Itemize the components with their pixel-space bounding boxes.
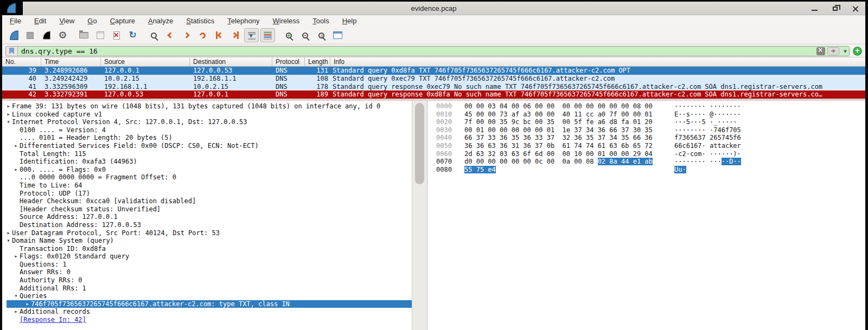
auto-scroll-toggle[interactable] — [244, 28, 259, 42]
tree-query-selected[interactable]: 746f705f7365637265745f666c6167.attacker-… — [7, 300, 412, 308]
tree-dsf[interactable]: Differentiated Services Field: 0x00 (DSC… — [2, 142, 412, 150]
tree-answer-rrs[interactable]: Answer RRs: 0 — [2, 268, 412, 276]
stop-capture-button[interactable] — [23, 28, 37, 42]
tree-ttl[interactable]: Time to Live: 64 — [2, 182, 412, 190]
hex-bytes[interactable]: d0 00 00 00 00 00 0c 00 0a 00 08 — [464, 158, 598, 165]
column-header-no[interactable]: No. — [2, 57, 41, 66]
tree-fragment-offset[interactable]: ...0 0000 0000 0000 = Fragment Offset: 0 — [2, 173, 412, 182]
tree-header-checksum[interactable]: Header Checksum: 0xcca0 [validation disa… — [2, 197, 412, 205]
hex-row[interactable]: 00207f 00 00 35 9c bc 00 35 00 5f fe a6 … — [427, 118, 865, 126]
expander-expanded-icon[interactable] — [12, 292, 20, 300]
hex-row[interactable]: 004066 37 33 36 35 36 33 37 32 36 35 37 … — [427, 134, 865, 142]
zoom-in-button[interactable] — [282, 28, 296, 42]
tree-linux-cooked[interactable]: Linux cooked capture v1 — [2, 111, 412, 119]
tree-authority-rrs[interactable]: Authority RRs: 0 — [2, 276, 412, 284]
display-filter-input[interactable]: dns.qry.type == 16 — [18, 47, 816, 55]
filter-add-button[interactable] — [853, 47, 862, 56]
column-header-time[interactable]: Time — [41, 57, 101, 66]
hex-bytes[interactable]: 00 00 03 04 00 06 00 00 00 00 00 00 00 0… — [464, 102, 653, 110]
expander-collapsed-icon[interactable] — [5, 102, 12, 111]
hex-ascii[interactable]: ········ ········ — [674, 102, 741, 110]
column-header-protocol[interactable]: Protocol — [272, 57, 305, 66]
hex-ascii[interactable]: ········ ··· — [674, 158, 722, 165]
tree-identification[interactable]: Identification: 0xafa3 (44963) — [2, 158, 412, 166]
hex-ascii[interactable]: -c2·com· ······)· — [674, 150, 741, 158]
hex-bytes-selected[interactable]: 02 8a 44 e1 ab — [598, 158, 653, 165]
packet-row-39[interactable]: 39 3.248992686 127.0.0.1 127.0.0.53 DNS … — [2, 67, 865, 75]
tree-additional-records[interactable]: Additional records — [2, 308, 412, 316]
menu-analyze[interactable]: Analyze — [148, 17, 173, 25]
tree-udp[interactable]: User Datagram Protocol, Src Port: 40124,… — [2, 229, 412, 237]
menu-edit[interactable]: Edit — [34, 17, 46, 25]
go-to-packet-button[interactable] — [195, 28, 210, 42]
expander-collapsed-icon[interactable] — [5, 111, 12, 119]
capture-options-button[interactable] — [55, 28, 70, 42]
hex-row[interactable]: 001045 00 00 73 af a3 00 00 40 11 cc a0 … — [427, 111, 865, 119]
hex-ascii[interactable]: ···5···5 ·_····· — [674, 118, 741, 126]
scrollbar-thumb[interactable] — [415, 103, 424, 184]
expander-collapsed-icon[interactable] — [12, 253, 20, 261]
tree-protocol[interactable]: Protocol: UDP (17) — [2, 190, 412, 198]
hex-bytes[interactable]: 66 37 33 36 35 36 33 37 32 36 35 37 34 3… — [464, 134, 653, 141]
tree-destination-address[interactable]: Destination Address: 127.0.0.53 — [2, 221, 412, 229]
hex-ascii[interactable]: 66c6167· attacker — [674, 142, 741, 150]
hex-row[interactable]: 0070d0 00 00 00 00 00 0c 00 0a 00 08 02 … — [427, 158, 865, 166]
go-forward-button[interactable] — [179, 28, 194, 42]
close-file-button[interactable] — [109, 28, 124, 42]
tree-ipv4[interactable]: Internet Protocol Version 4, Src: 127.0.… — [2, 118, 412, 126]
hex-row[interactable]: 00602d 63 32 03 63 6f 6d 00 00 10 00 01 … — [427, 150, 865, 158]
hex-row[interactable]: 000000 00 03 04 00 06 00 00 00 00 00 00 … — [427, 102, 865, 111]
expander-collapsed-icon[interactable] — [12, 142, 20, 150]
tree-flags[interactable]: 000. .... = Flags: 0x0 — [2, 166, 412, 174]
expander-collapsed-icon[interactable] — [5, 229, 12, 237]
menu-view[interactable]: View — [59, 17, 74, 25]
find-packet-button[interactable] — [146, 28, 161, 42]
hex-bytes-selected[interactable]: 55 75 e4 — [464, 166, 496, 173]
tree-ip-header-length[interactable]: .... 0101 = Header Length: 20 bytes (5) — [2, 134, 412, 142]
packet-row-42[interactable]: 42 3.332792391 127.0.0.53 127.0.0.1 DNS … — [2, 90, 865, 99]
tree-ip-version[interactable]: 0100 .... = Version: 4 — [2, 126, 412, 134]
filter-clear-button[interactable] — [816, 47, 825, 55]
menu-file[interactable]: File — [10, 17, 21, 25]
expander-collapsed-icon[interactable] — [12, 166, 20, 174]
menu-statistics[interactable]: Statistics — [186, 17, 214, 25]
zoom-original-button[interactable] — [314, 28, 329, 42]
menu-help[interactable]: Help — [342, 17, 357, 25]
tree-queries[interactable]: Queries — [2, 292, 412, 300]
tree-response-in-link[interactable]: [Response In: 42] — [2, 316, 412, 324]
response-link[interactable]: [Response In: 42] — [20, 316, 86, 324]
hex-ascii[interactable]: E··s···· @······· — [674, 111, 741, 118]
filter-bookmark-button[interactable] — [6, 47, 18, 56]
expander-expanded-icon[interactable] — [5, 118, 12, 126]
hex-bytes[interactable]: 00 01 00 00 00 00 00 01 1e 37 34 36 66 3… — [464, 126, 653, 134]
tree-source-address[interactable]: Source Address: 127.0.0.1 — [2, 213, 412, 221]
expander-collapsed-icon[interactable] — [24, 300, 31, 308]
tree-questions[interactable]: Questions: 1 — [2, 261, 412, 269]
packet-row-41[interactable]: 41 3.332596309 192.168.1.1 10.0.2.15 DNS… — [2, 83, 865, 91]
hex-ascii-selected[interactable]: ··D·· — [722, 158, 741, 165]
zoom-out-button[interactable] — [298, 28, 312, 42]
tree-checksum-status[interactable]: [Header checksum status: Unverified] — [2, 205, 412, 213]
save-file-button[interactable] — [93, 28, 107, 42]
tree-total-length[interactable]: Total Length: 115 — [2, 150, 412, 158]
menu-capture[interactable]: Capture — [110, 17, 135, 25]
resize-columns-button[interactable] — [330, 28, 345, 42]
filter-dropdown-button[interactable] — [841, 47, 849, 56]
go-first-packet-button[interactable] — [212, 28, 226, 42]
tree-transaction-id[interactable]: Transaction ID: 0xd8fa — [2, 245, 412, 253]
filter-apply-button[interactable] — [827, 47, 839, 55]
hex-bytes[interactable]: 2d 63 32 03 63 6f 6d 00 00 10 00 01 00 0… — [464, 150, 653, 158]
tree-dns[interactable]: Domain Name System (query) — [2, 237, 412, 245]
hex-bytes[interactable]: 45 00 00 73 af a3 00 00 40 11 cc a0 7f 0… — [464, 111, 653, 118]
go-last-packet-button[interactable] — [228, 28, 242, 42]
start-capture-button[interactable] — [7, 28, 21, 42]
restart-capture-button[interactable] — [39, 28, 54, 42]
go-back-button[interactable] — [163, 28, 177, 42]
column-header-length[interactable]: Length — [305, 57, 330, 66]
tree-dns-flags[interactable]: Flags: 0x0120 Standard query — [2, 253, 412, 261]
hex-bytes[interactable]: 36 36 63 36 31 36 37 0b 61 74 74 61 63 6… — [464, 142, 653, 150]
hex-ascii[interactable]: f7365637 265745f6 — [674, 134, 741, 141]
column-header-source[interactable]: Source — [101, 57, 190, 66]
hex-ascii[interactable]: ········ ·746f705 — [674, 126, 741, 134]
details-scrollbar[interactable] — [412, 101, 427, 330]
